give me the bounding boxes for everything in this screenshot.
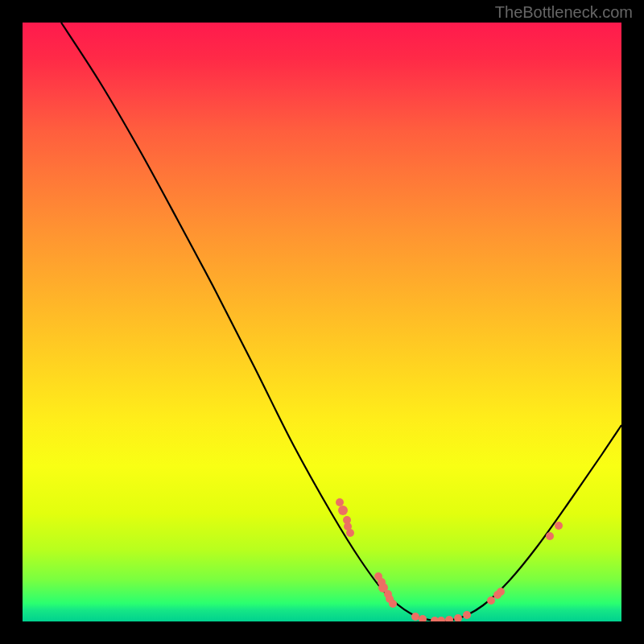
data-dot — [555, 522, 563, 530]
data-dot — [346, 529, 354, 537]
data-dot — [411, 613, 419, 621]
bottleneck-curve — [61, 23, 621, 621]
data-dot — [336, 498, 344, 506]
chart-svg — [23, 23, 621, 621]
data-dot — [487, 597, 495, 605]
data-dot — [463, 611, 471, 619]
data-dot — [445, 616, 453, 621]
data-dot — [389, 600, 397, 608]
plot-area — [23, 23, 621, 621]
data-dot — [338, 506, 348, 515]
data-dot — [454, 614, 462, 621]
data-dot — [437, 617, 445, 621]
data-dot — [546, 532, 554, 540]
watermark-text: TheBottleneck.com — [495, 3, 633, 22]
data-dot — [497, 588, 505, 596]
data-dots-group — [336, 498, 563, 621]
data-dot — [419, 615, 427, 621]
